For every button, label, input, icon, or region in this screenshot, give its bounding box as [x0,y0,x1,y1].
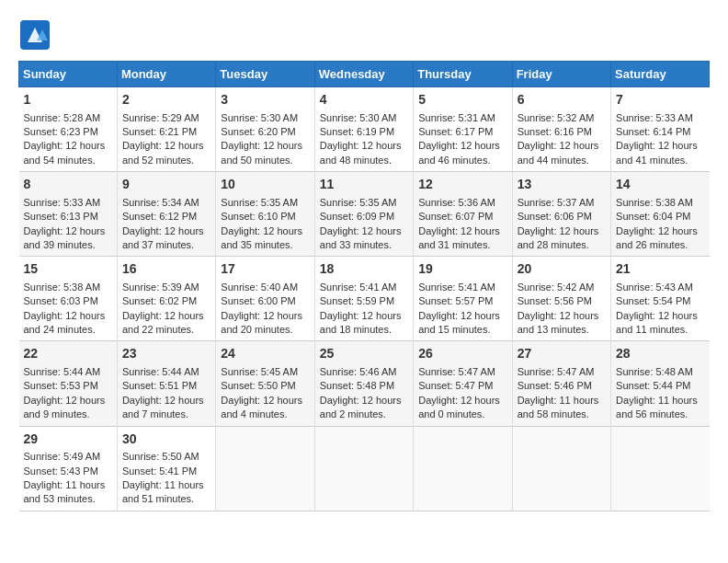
header-cell-friday: Friday [512,62,610,87]
cell-text: and 33 minutes. [320,238,408,252]
cell-text: Daylight: 12 hours [221,139,309,153]
calendar-cell: 6Sunrise: 5:32 AMSunset: 6:16 PMDaylight… [512,87,610,172]
cell-text: and 51 minutes. [122,492,210,506]
cell-text: Daylight: 11 hours [122,478,210,492]
day-number: 3 [221,91,309,109]
header-cell-thursday: Thursday [414,62,512,87]
cell-text: and 0 minutes. [418,408,506,421]
cell-text: and 58 minutes. [518,408,606,421]
header-cell-saturday: Saturday [611,62,710,87]
calendar-cell [414,426,512,511]
calendar-cell: 21Sunrise: 5:43 AMSunset: 5:54 PMDayligh… [611,257,710,341]
cell-text: Sunrise: 5:30 AM [320,111,408,125]
cell-text: and 22 minutes. [122,323,210,337]
day-number: 5 [418,91,506,109]
cell-text: Sunset: 6:12 PM [122,210,210,224]
cell-text: Sunset: 6:14 PM [616,125,704,139]
cell-text: Sunset: 5:54 PM [616,294,704,308]
cell-text: Sunrise: 5:40 AM [221,281,309,294]
calendar-cell [314,426,413,511]
day-number: 2 [122,91,210,109]
cell-text: Sunrise: 5:36 AM [418,196,506,210]
day-number: 30 [122,431,210,449]
calendar-cell: 4Sunrise: 5:30 AMSunset: 6:19 PMDaylight… [314,87,413,172]
day-number: 11 [320,176,408,194]
cell-text: Sunrise: 5:49 AM [24,450,112,464]
cell-text: Sunrise: 5:35 AM [320,196,408,210]
day-number: 9 [122,176,210,194]
cell-text: Sunset: 6:17 PM [418,125,506,139]
day-number: 1 [24,91,112,109]
day-number: 20 [518,260,606,279]
week-row-1: 1Sunrise: 5:28 AMSunset: 6:23 PMDaylight… [19,87,710,172]
cell-text: Daylight: 12 hours [616,224,704,238]
calendar-cell: 29Sunrise: 5:49 AMSunset: 5:43 PMDayligh… [19,426,118,511]
cell-text: Sunrise: 5:29 AM [122,111,210,125]
calendar-cell: 7Sunrise: 5:33 AMSunset: 6:14 PMDaylight… [611,87,710,172]
calendar-cell: 13Sunrise: 5:37 AMSunset: 6:06 PMDayligh… [512,172,610,257]
cell-text: and 39 minutes. [24,238,112,252]
day-number: 12 [418,176,506,194]
cell-text: Daylight: 11 hours [616,394,704,408]
cell-text: Sunrise: 5:41 AM [418,281,506,294]
cell-text: Sunrise: 5:28 AM [24,111,112,125]
cell-text: Sunset: 6:21 PM [122,125,210,139]
cell-text: and 48 minutes. [320,154,408,167]
cell-text: Sunrise: 5:50 AM [122,450,210,464]
day-number: 7 [616,91,704,109]
calendar-cell: 10Sunrise: 5:35 AMSunset: 6:10 PMDayligh… [216,172,314,257]
week-row-3: 15Sunrise: 5:38 AMSunset: 6:03 PMDayligh… [19,257,710,341]
cell-text: Sunrise: 5:33 AM [616,111,704,125]
cell-text: Daylight: 11 hours [24,478,112,492]
cell-text: and 26 minutes. [616,238,704,252]
cell-text: Daylight: 12 hours [418,224,506,238]
calendar-header: SundayMondayTuesdayWednesdayThursdayFrid… [19,62,710,87]
day-number: 8 [24,176,112,194]
cell-text: and 7 minutes. [122,408,210,421]
calendar-cell: 24Sunrise: 5:45 AMSunset: 5:50 PMDayligh… [216,341,314,426]
calendar-cell: 26Sunrise: 5:47 AMSunset: 5:47 PMDayligh… [414,341,512,426]
logo-icon [18,18,51,52]
calendar-cell: 8Sunrise: 5:33 AMSunset: 6:13 PMDaylight… [19,172,118,257]
cell-text: Sunrise: 5:44 AM [24,365,112,379]
cell-text: and 52 minutes. [122,154,210,167]
day-number: 21 [616,260,704,279]
day-number: 16 [122,260,210,279]
cell-text: Daylight: 12 hours [24,139,112,153]
cell-text: Daylight: 12 hours [616,139,704,153]
cell-text: Sunrise: 5:46 AM [320,365,408,379]
cell-text: and 53 minutes. [24,492,112,506]
cell-text: Sunrise: 5:48 AM [616,365,704,379]
cell-text: Daylight: 12 hours [122,139,210,153]
cell-text: Sunset: 5:43 PM [24,465,112,478]
cell-text: Sunset: 5:56 PM [518,294,606,308]
cell-text: and 46 minutes. [418,154,506,167]
day-number: 14 [616,176,704,194]
cell-text: Sunrise: 5:34 AM [122,196,210,210]
header-cell-tuesday: Tuesday [216,62,314,87]
cell-text: and 2 minutes. [320,408,408,421]
cell-text: Sunset: 5:59 PM [320,294,408,308]
day-number: 10 [221,176,309,194]
day-number: 4 [320,91,408,109]
cell-text: and 56 minutes. [616,408,704,421]
calendar-cell: 3Sunrise: 5:30 AMSunset: 6:20 PMDaylight… [216,87,314,172]
cell-text: Sunrise: 5:47 AM [418,365,506,379]
cell-text: Daylight: 12 hours [418,309,506,323]
cell-text: Sunset: 5:57 PM [418,294,506,308]
cell-text: Daylight: 12 hours [418,394,506,408]
cell-text: Sunset: 5:46 PM [518,379,606,393]
cell-text: Daylight: 12 hours [24,394,112,408]
cell-text: Sunrise: 5:31 AM [418,111,506,125]
calendar-cell: 2Sunrise: 5:29 AMSunset: 6:21 PMDaylight… [117,87,215,172]
cell-text: Sunrise: 5:38 AM [24,281,112,294]
day-number: 23 [122,345,210,363]
day-number: 19 [418,260,506,279]
cell-text: Sunrise: 5:39 AM [122,281,210,294]
cell-text: Daylight: 11 hours [518,394,606,408]
cell-text: Sunrise: 5:38 AM [616,196,704,210]
cell-text: Daylight: 12 hours [418,139,506,153]
calendar-cell [216,426,314,511]
cell-text: Sunset: 6:06 PM [518,210,606,224]
calendar-cell: 25Sunrise: 5:46 AMSunset: 5:48 PMDayligh… [314,341,413,426]
